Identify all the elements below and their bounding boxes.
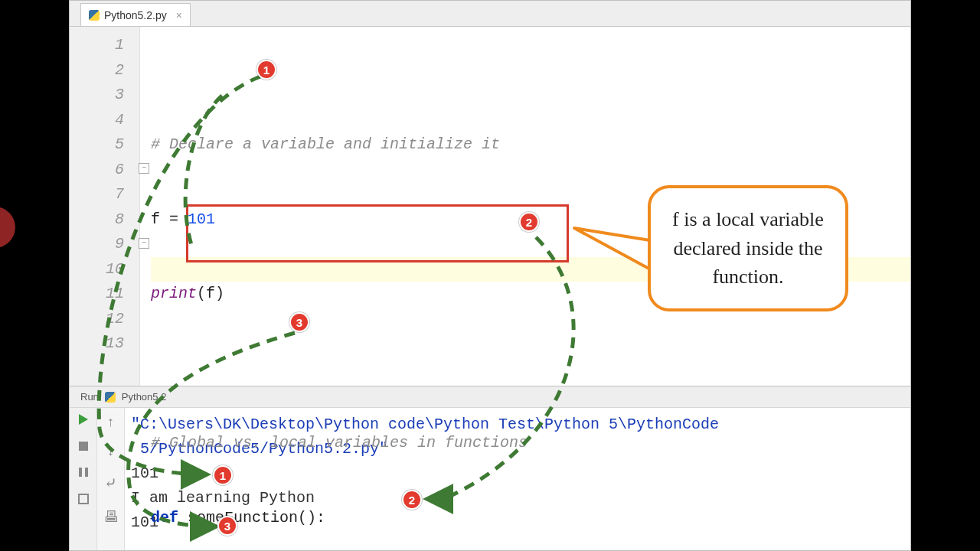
line-number: 3 bbox=[70, 83, 124, 108]
editor-tab-active[interactable]: Python5.2.py × bbox=[80, 3, 191, 26]
run-nav-column: ↑ ↓ ⤶ 🖶 bbox=[97, 408, 125, 550]
line-number: 6 bbox=[70, 158, 124, 183]
code-text: f = bbox=[151, 210, 188, 228]
line-number: 7 bbox=[70, 182, 124, 207]
code-number: 101 bbox=[188, 210, 215, 228]
line-number: 9 bbox=[70, 232, 124, 257]
line-number: 12 bbox=[70, 307, 124, 332]
line-number-gutter: 1 2 3 4 5 6 7 8 9 10 11 12 13 bbox=[70, 27, 140, 386]
code-text: (): bbox=[298, 509, 325, 527]
code-comment: # Declare a variable and initialize it bbox=[151, 135, 500, 153]
tab-filename: Python5.2.py bbox=[104, 9, 167, 21]
fold-toggle-icon[interactable]: − bbox=[139, 238, 149, 249]
python-run-icon bbox=[105, 392, 116, 403]
fold-toggle-icon[interactable]: − bbox=[139, 163, 149, 174]
run-tool-column bbox=[70, 408, 97, 550]
line-number: 13 bbox=[70, 331, 124, 357]
run-stop-icon[interactable] bbox=[79, 442, 88, 451]
presenter-marker bbox=[0, 207, 15, 248]
code-builtin: print bbox=[151, 285, 197, 302]
code-area[interactable]: # Declare a variable and initialize it f… bbox=[151, 27, 910, 386]
line-number: 11 bbox=[70, 282, 124, 307]
line-number: 5 bbox=[70, 132, 124, 158]
run-play-icon[interactable] bbox=[79, 414, 88, 425]
code-editor[interactable]: 1 2 3 4 5 6 7 8 9 10 11 12 13 − − # Decl… bbox=[70, 27, 910, 386]
fold-column: − − bbox=[140, 27, 151, 386]
code-text: (f) bbox=[197, 285, 224, 302]
line-number: 1 bbox=[70, 33, 124, 58]
code-identifier: someFunction bbox=[188, 509, 298, 527]
line-number: 10 bbox=[70, 257, 124, 282]
line-number: 4 bbox=[70, 108, 124, 133]
code-comment: # Global vs. local variables in function… bbox=[151, 434, 528, 452]
ide-window: Python5.2.py × 1 2 3 4 5 6 7 8 9 10 11 1… bbox=[69, 0, 911, 551]
code-keyword: def bbox=[151, 509, 188, 527]
run-label: Run bbox=[80, 391, 99, 403]
run-pause-icon[interactable] bbox=[79, 468, 88, 477]
soft-wrap-icon[interactable]: ⤶ bbox=[104, 474, 117, 493]
line-number: 8 bbox=[70, 207, 124, 233]
editor-tabbar: Python5.2.py × bbox=[70, 1, 910, 27]
python-file-icon bbox=[89, 10, 100, 21]
scroll-down-icon[interactable]: ↓ bbox=[106, 445, 115, 458]
print-icon[interactable]: 🖶 bbox=[103, 508, 119, 527]
run-layout-icon[interactable] bbox=[78, 494, 89, 504]
close-icon[interactable]: × bbox=[172, 9, 182, 21]
line-number: 2 bbox=[70, 58, 124, 83]
scroll-up-icon[interactable]: ↑ bbox=[106, 416, 115, 429]
